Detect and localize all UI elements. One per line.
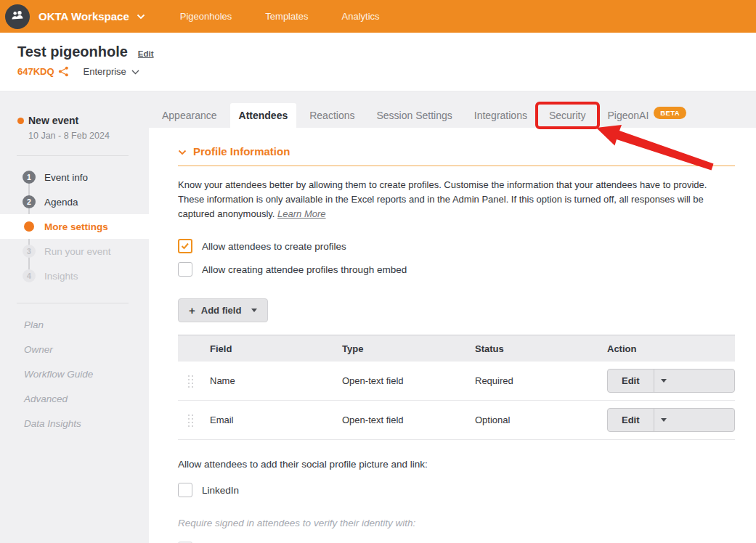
edit-dropdown-toggle[interactable]	[654, 370, 673, 392]
table-header-row: Field Type Status Action	[178, 335, 735, 362]
caret-down-icon	[661, 418, 667, 422]
event-dates: 10 Jan - 8 Feb 2024	[0, 131, 149, 141]
plan-dropdown[interactable]: Enterprise	[84, 66, 139, 77]
learn-more-link[interactable]: Learn More	[277, 208, 325, 219]
profile-checkbox-row: Allow attendees to create profiles	[178, 236, 735, 256]
event-status-dot	[17, 118, 24, 124]
tab-appearance[interactable]: Appearance	[153, 103, 226, 128]
divider	[17, 303, 129, 303]
col-action: Action	[607, 343, 735, 354]
allow-profiles-checkbox[interactable]	[178, 239, 192, 253]
settings-tab-bar: Appearance Attendees Reactions Session S…	[149, 91, 756, 128]
add-field-button[interactable]: + Add field	[178, 298, 268, 322]
workspace-logo[interactable]	[5, 4, 30, 29]
caret-down-icon	[661, 379, 667, 383]
sidebar-step-run-your-event[interactable]: 3 Run your event	[0, 239, 149, 264]
col-type: Type	[342, 343, 475, 354]
sidebar-step-insights[interactable]: 4 Insights	[0, 264, 149, 288]
share-icon[interactable]	[58, 66, 69, 77]
edit-title-link[interactable]: Edit	[138, 49, 154, 58]
tab-integrations[interactable]: Integrations	[466, 103, 536, 128]
edit-split-button: Edit	[607, 408, 735, 432]
tab-security[interactable]: Security	[540, 103, 595, 128]
profile-information-section-toggle[interactable]: Profile Information	[178, 145, 735, 158]
field-name: Email	[210, 415, 342, 425]
edit-button[interactable]: Edit	[608, 370, 654, 392]
step-number: 3	[23, 245, 36, 258]
linkedin-verify-checkbox-row: LinkedIn	[178, 539, 735, 543]
verify-identity-label: Require signed in attendees to verify th…	[178, 518, 735, 528]
drag-handle-icon[interactable]	[188, 375, 194, 387]
profile-fields-table: Field Type Status Action Name Open-text …	[178, 335, 735, 440]
edit-split-button: Edit	[607, 369, 735, 393]
plan-label: Enterprise	[84, 66, 126, 77]
social-profile-label: Allow attendees to add their social prof…	[178, 459, 735, 470]
linkedin-checkbox[interactable]	[178, 483, 192, 497]
section-divider	[178, 166, 735, 166]
nav-analytics[interactable]: Analytics	[342, 11, 380, 22]
sidebar-links: Plan Owner Workflow Guide Advanced Data …	[0, 312, 149, 436]
nav-templates[interactable]: Templates	[265, 11, 308, 22]
tab-reactions[interactable]: Reactions	[301, 103, 363, 128]
caret-down-icon	[251, 309, 257, 312]
sidebar-item-data-insights[interactable]: Data Insights	[0, 411, 149, 436]
step-number: 2	[23, 195, 36, 208]
tab-pigeonai[interactable]: PigeonAI BETA	[599, 103, 696, 128]
col-status: Status	[475, 343, 607, 354]
sidebar-step-event-info[interactable]: 1 Event info	[0, 165, 149, 189]
people-group-icon	[10, 8, 25, 25]
section-description: Know your attendees better by allowing t…	[178, 178, 735, 221]
edit-dropdown-toggle[interactable]	[654, 409, 673, 431]
sidebar-step-agenda[interactable]: 2 Agenda	[0, 189, 149, 214]
field-name: Name	[210, 375, 342, 386]
field-type: Open-text field	[342, 415, 475, 425]
tab-attendees[interactable]: Attendees	[230, 103, 297, 128]
event-code: 647KDQ	[17, 66, 54, 77]
sidebar-item-advanced[interactable]: Advanced	[0, 386, 149, 411]
workspace-name: OKTA Workspace	[38, 10, 129, 23]
event-name: New event	[28, 115, 78, 126]
profile-embed-checkbox-row: Allow creating attendee profiles through…	[178, 259, 735, 279]
tab-session-settings[interactable]: Session Settings	[367, 103, 460, 128]
page-title: Test pigeonhole	[17, 44, 128, 60]
sidebar-item-plan[interactable]: Plan	[0, 312, 149, 337]
sidebar-step-more-settings[interactable]: More settings	[0, 214, 149, 239]
beta-badge: BETA	[654, 107, 686, 119]
table-row: Name Open-text field Required Edit	[178, 362, 735, 401]
top-nav: Pigeonholes Templates Analytics	[180, 11, 380, 22]
sidebar: New event 10 Jan - 8 Feb 2024 1 Event in…	[0, 91, 149, 543]
sidebar-item-workflow-guide[interactable]: Workflow Guide	[0, 362, 149, 386]
chevron-down-icon	[137, 14, 145, 20]
drag-handle-icon[interactable]	[188, 415, 194, 426]
sidebar-item-owner[interactable]: Owner	[0, 337, 149, 362]
field-status: Optional	[475, 415, 607, 425]
allow-embed-profiles-checkbox[interactable]	[178, 262, 192, 277]
step-number: 4	[23, 269, 36, 282]
col-field: Field	[210, 343, 342, 354]
nav-pigeonholes[interactable]: Pigeonholes	[180, 11, 232, 22]
table-row: Email Open-text field Optional Edit	[178, 401, 735, 440]
page-header: Test pigeonhole Edit 647KDQ Enterprise	[0, 33, 756, 91]
field-status: Required	[475, 375, 607, 386]
chevron-down-icon	[131, 66, 139, 77]
chevron-down-icon	[178, 145, 187, 158]
setup-steps: 1 Event info 2 Agenda More settings 3 Ru…	[0, 165, 149, 288]
section-title: Profile Information	[193, 145, 290, 158]
attendees-tab-content: Profile Information Know your attendees …	[149, 128, 756, 543]
edit-button[interactable]: Edit	[608, 409, 654, 431]
step-number: 1	[23, 171, 36, 184]
top-bar: OKTA Workspace Pigeonholes Templates Ana…	[0, 0, 756, 33]
workspace-switcher[interactable]: OKTA Workspace	[38, 10, 145, 23]
divider	[17, 155, 129, 156]
field-type: Open-text field	[342, 375, 475, 386]
step-active-dot	[24, 221, 34, 232]
linkedin-checkbox-row: LinkedIn	[178, 480, 735, 500]
plus-icon: +	[189, 304, 195, 317]
